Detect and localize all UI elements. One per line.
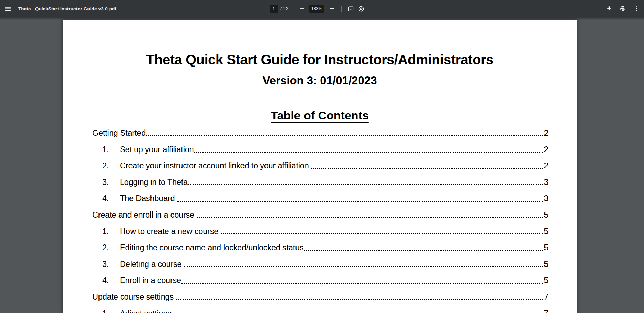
toc-row-num: 3. <box>102 174 120 191</box>
toc-row-label: Logging in to Theta <box>120 174 188 191</box>
toc-row-num: 1. <box>102 142 120 158</box>
pdf-toolbar: Theta - QuickStart Instructor Guide v3-0… <box>0 0 644 17</box>
toc-dotted-leader <box>194 142 543 153</box>
toc-row-page: 3 <box>544 174 548 191</box>
document-filename: Theta - QuickStart Instructor Guide v3-0… <box>18 6 116 11</box>
toc-row-num: 4. <box>102 190 120 207</box>
toc-row[interactable]: 1. Set up your affiliation 2 <box>92 142 548 158</box>
toc-row-page: 2 <box>544 158 548 174</box>
toc-row-label: Editing the course name and locked/unloc… <box>120 240 303 256</box>
rotate-counterclockwise-icon <box>358 6 364 12</box>
toc-row-label: Set up your affiliation <box>120 142 194 158</box>
more-options-button[interactable] <box>631 3 642 14</box>
toolbar-center: / 12 183% <box>270 0 366 17</box>
toc-dotted-leader <box>181 272 543 284</box>
toc-dotted-leader <box>311 158 543 169</box>
toc-heading: Table of Contents <box>63 108 577 123</box>
toc-row[interactable]: Create and enroll in a course 5 <box>92 207 548 223</box>
plus-icon <box>329 6 335 12</box>
toc-row-page: 5 <box>544 256 548 273</box>
toc-row-page: 5 <box>544 272 548 289</box>
toc-list: Getting Started 2 1. Set up your affilia… <box>92 125 548 313</box>
toc-row[interactable]: 3. Deleting a course 5 <box>92 256 548 273</box>
toc-row-label: How to create a new course <box>120 223 220 240</box>
page-number-input[interactable] <box>270 5 278 13</box>
toc-row[interactable]: 1. Adjust settings 7 <box>92 305 548 313</box>
toc-row[interactable]: 2. Editing the course name and locked/un… <box>92 240 548 256</box>
toolbar-divider <box>292 6 292 12</box>
zoom-out-button[interactable] <box>297 3 307 14</box>
toc-row-num: 2. <box>102 158 120 174</box>
toc-row-label: Update course settings <box>92 289 176 305</box>
toc-row[interactable]: 3. Logging in to Theta 3 <box>92 174 548 191</box>
download-icon <box>606 6 612 12</box>
toc-row-num: 1. <box>102 305 120 313</box>
toc-row-page: 7 <box>544 305 548 313</box>
kebab-menu-icon <box>633 6 640 12</box>
toc-dotted-leader <box>197 207 543 218</box>
toc-dotted-leader <box>221 223 543 235</box>
pdf-viewer: Theta - QuickStart Instructor Guide v3-0… <box>0 0 644 313</box>
toc-row-page: 5 <box>544 207 548 223</box>
document-version-line: Version 3: 01/01/2023 <box>63 72 577 89</box>
toc-row[interactable]: 2. Create your instructor account linked… <box>92 158 548 174</box>
toc-row-label: The Dashboard <box>120 190 177 207</box>
document-title: Theta Quick Start Guide for Instructors/… <box>63 51 577 68</box>
print-icon <box>620 6 626 12</box>
toolbar-left: Theta - QuickStart Instructor Guide v3-0… <box>0 0 116 17</box>
download-button[interactable] <box>603 3 614 14</box>
hamburger-icon <box>4 6 11 12</box>
toc-dotted-leader <box>177 190 543 202</box>
toolbar-right <box>603 0 642 17</box>
toc-row-page: 2 <box>544 142 548 158</box>
minus-icon <box>299 6 305 12</box>
toc-row-label: Getting Started <box>92 125 146 142</box>
toc-row-label: Deleting a course <box>120 256 184 273</box>
toc-row-page: 3 <box>544 190 548 207</box>
toc-dotted-leader <box>304 240 543 251</box>
pdf-page-1: Theta Quick Start Guide for Instructors/… <box>63 20 577 313</box>
zoom-in-button[interactable] <box>327 3 337 14</box>
toc-row-num: 1. <box>102 223 120 240</box>
toc-dotted-leader <box>176 289 543 300</box>
toc-dotted-leader <box>146 125 543 136</box>
toc-row-num: 4. <box>102 272 120 289</box>
toc-row-page: 5 <box>544 240 548 256</box>
toolbar-shadow <box>0 17 644 20</box>
toc-row-num: 2. <box>102 240 120 256</box>
rotate-button[interactable] <box>356 3 366 14</box>
menu-button[interactable] <box>2 3 13 14</box>
fit-to-page-button[interactable] <box>346 3 356 14</box>
toc-row-label: Create and enroll in a course <box>92 207 196 223</box>
zoom-level-value[interactable]: 183% <box>309 5 324 13</box>
toc-row[interactable]: 4. The Dashboard 3 <box>92 190 548 207</box>
toc-dotted-leader <box>188 174 543 186</box>
print-button[interactable] <box>617 3 628 14</box>
toc-row-page: 2 <box>544 125 548 142</box>
toc-row[interactable]: 1. How to create a new course 5 <box>92 223 548 240</box>
toc-row-page: 5 <box>544 223 548 240</box>
toc-row-label: Adjust settings <box>120 305 174 313</box>
toc-row-num: 3. <box>102 256 120 273</box>
page-count-label: / 12 <box>280 6 288 11</box>
toc-dotted-leader <box>184 256 543 268</box>
toc-dotted-leader <box>174 305 543 313</box>
toc-row[interactable]: 4. Enroll in a course 5 <box>92 272 548 289</box>
toc-row-label: Enroll in a course <box>120 272 181 289</box>
toc-row[interactable]: Update course settings 7 <box>92 289 548 305</box>
fit-page-icon <box>347 6 354 12</box>
toc-row[interactable]: Getting Started 2 <box>92 125 548 142</box>
toc-row-page: 7 <box>544 289 548 305</box>
toc-row-label: Create your instructor account linked to… <box>120 158 311 174</box>
toolbar-divider <box>341 6 342 12</box>
